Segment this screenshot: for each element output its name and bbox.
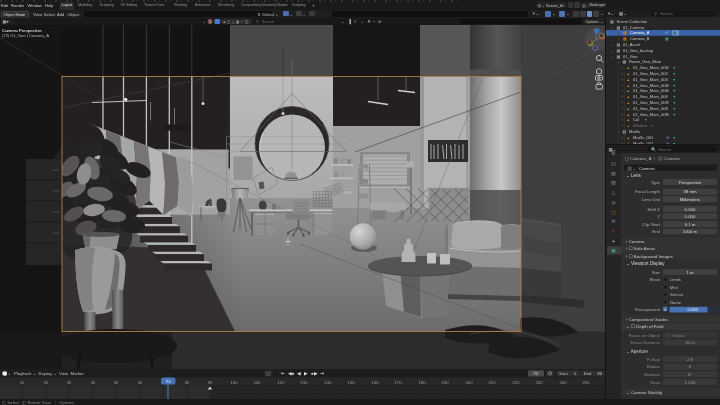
svg-text:▼: ▼ bbox=[673, 101, 677, 105]
svg-text:▢: ▢ bbox=[227, 19, 230, 23]
svg-text:◱: ◱ bbox=[611, 161, 616, 166]
svg-text:Search: Search bbox=[658, 146, 672, 151]
svg-text:20: 20 bbox=[44, 379, 49, 384]
svg-text:▲: ▲ bbox=[627, 72, 631, 76]
svg-text:◎: ◎ bbox=[611, 199, 615, 204]
svg-text:⊘: ⊘ bbox=[378, 18, 382, 23]
svg-text:Passepartout: Passepartout bbox=[635, 307, 661, 312]
svg-text:90: 90 bbox=[597, 371, 602, 376]
svg-text:Camera Perspective: Camera Perspective bbox=[2, 27, 42, 32]
svg-text:▼: ▼ bbox=[673, 78, 677, 82]
svg-text:Room_Geo_Main: Room_Geo_Main bbox=[629, 59, 662, 64]
svg-text:Shift X: Shift X bbox=[647, 206, 660, 211]
svg-text:Size: Size bbox=[652, 269, 661, 274]
svg-text:⚒: ⚒ bbox=[666, 142, 670, 144]
svg-text:01_Camera: 01_Camera bbox=[623, 25, 645, 30]
svg-text:▲: ▲ bbox=[627, 113, 631, 117]
svg-text:⌄: ⌄ bbox=[203, 19, 206, 24]
svg-text:▩: ▩ bbox=[236, 19, 239, 23]
svg-text:›: › bbox=[622, 107, 624, 111]
svg-text:Type: Type bbox=[651, 179, 661, 184]
svg-text:△: △ bbox=[232, 19, 235, 23]
svg-text:🎥⌄: 🎥⌄ bbox=[627, 164, 636, 171]
svg-text:🕐⌄: 🕐⌄ bbox=[2, 370, 11, 377]
svg-text:01_Asset: 01_Asset bbox=[623, 42, 641, 47]
svg-text:Focal Length: Focal Length bbox=[635, 189, 660, 194]
svg-text:80: 80 bbox=[185, 379, 190, 384]
svg-text:▼: ▼ bbox=[673, 142, 677, 144]
svg-text:01_Geo_Main_005: 01_Geo_Main_005 bbox=[633, 88, 669, 93]
svg-text:110: 110 bbox=[254, 379, 261, 384]
svg-text:Mat3x: Mat3x bbox=[629, 129, 640, 134]
svg-text:⚙: ⚙ bbox=[611, 151, 615, 156]
svg-text:0.000: 0.000 bbox=[685, 206, 696, 211]
svg-text:› Camera: › Camera bbox=[626, 238, 645, 243]
svg-text:⌄ Viewport Display: ⌄ Viewport Display bbox=[626, 261, 665, 266]
svg-text:Mat3x_002: Mat3x_002 bbox=[633, 141, 654, 144]
svg-text:⚒: ⚒ bbox=[666, 84, 670, 88]
svg-text:⚒: ⚒ bbox=[666, 113, 670, 117]
svg-text:› Composition Guides: › Composition Guides bbox=[626, 316, 669, 321]
svg-text:›: › bbox=[622, 142, 624, 144]
svg-text:▢ Object: ▢ Object bbox=[667, 332, 685, 337]
svg-text:⌄: ⌄ bbox=[617, 60, 620, 64]
svg-text:▼: ▼ bbox=[673, 136, 677, 140]
svg-text:Show: Show bbox=[649, 277, 661, 282]
svg-text:▩: ▩ bbox=[617, 54, 621, 59]
svg-text:01_Geo_Main_009: 01_Geo_Main_009 bbox=[633, 112, 669, 117]
svg-text:Camera: Camera bbox=[639, 165, 655, 170]
svg-text:▶: ▶ bbox=[304, 371, 308, 376]
svg-text:▲: ▲ bbox=[627, 95, 631, 99]
svg-text:⌄ Lens: ⌄ Lens bbox=[626, 172, 642, 177]
svg-text:⌄ ☐ Depth of Field: ⌄ ☐ Depth of Field bbox=[626, 324, 664, 329]
svg-text:▲: ▲ bbox=[627, 66, 631, 70]
svg-text:100: 100 bbox=[231, 379, 239, 384]
svg-text:›: › bbox=[622, 101, 624, 105]
svg-text:▧: ▧ bbox=[611, 170, 616, 175]
svg-text:End: End bbox=[584, 371, 592, 376]
svg-text:▩: ▩ bbox=[610, 19, 614, 24]
svg-text:◫: ◫ bbox=[245, 19, 249, 23]
svg-text:⌄: ⌄ bbox=[341, 19, 345, 24]
svg-text:›: › bbox=[622, 113, 624, 117]
svg-text:▦▾: ▦▾ bbox=[3, 19, 10, 24]
svg-text:⌄: ⌄ bbox=[611, 55, 614, 59]
svg-text:200: 200 bbox=[466, 379, 474, 384]
svg-text:0.1 m: 0.1 m bbox=[685, 221, 696, 226]
svg-text:⚒: ⚒ bbox=[666, 89, 670, 93]
svg-text:▼: ▼ bbox=[673, 107, 677, 111]
svg-text:▩: ▩ bbox=[623, 59, 627, 64]
svg-text:▢: ▢ bbox=[611, 209, 616, 214]
svg-text:Col: Col bbox=[633, 117, 639, 122]
svg-text:▣: ▣ bbox=[611, 248, 616, 253]
svg-text:Options ⌄: Options ⌄ bbox=[586, 18, 604, 23]
svg-text:⌄: ⌄ bbox=[611, 49, 614, 53]
svg-text:Blades: Blades bbox=[647, 364, 660, 369]
svg-text:›: › bbox=[622, 95, 624, 99]
svg-text:50: 50 bbox=[114, 379, 119, 384]
svg-text:180: 180 bbox=[419, 379, 427, 384]
svg-text:01_Geo_Main_008: 01_Geo_Main_008 bbox=[633, 106, 669, 111]
svg-text:▢ Camera_A › 🎥 Camera: ▢ Camera_A › 🎥 Camera bbox=[625, 154, 680, 161]
svg-text:01_Geo_Main_001: 01_Geo_Main_001 bbox=[633, 65, 669, 70]
svg-text:01_Geo_Main_007: 01_Geo_Main_007 bbox=[633, 100, 669, 105]
svg-text:Ratio: Ratio bbox=[650, 379, 661, 384]
svg-text:90: 90 bbox=[208, 379, 213, 384]
svg-text:⌄: ⌄ bbox=[361, 19, 365, 24]
svg-text:⇤: ⇤ bbox=[281, 371, 285, 376]
svg-text:↺: ↺ bbox=[665, 31, 668, 35]
svg-text:72: 72 bbox=[166, 378, 171, 383]
svg-text:01_Geo_Main_004: 01_Geo_Main_004 bbox=[633, 83, 669, 88]
svg-text:▲: ▲ bbox=[627, 136, 631, 140]
svg-text:△: △ bbox=[612, 190, 616, 195]
svg-text:230: 230 bbox=[536, 379, 544, 384]
svg-text:⌄: ⌄ bbox=[611, 26, 614, 30]
svg-text:40: 40 bbox=[91, 379, 96, 384]
svg-text:›: › bbox=[622, 118, 624, 122]
svg-text:▼: ▼ bbox=[673, 66, 677, 70]
svg-text:250: 250 bbox=[583, 379, 591, 384]
svg-text:Y: Y bbox=[657, 213, 660, 218]
svg-text:▩⌄: ▩⌄ bbox=[619, 11, 627, 16]
svg-text:30: 30 bbox=[67, 379, 72, 384]
svg-text:▼: ▼ bbox=[673, 84, 677, 88]
